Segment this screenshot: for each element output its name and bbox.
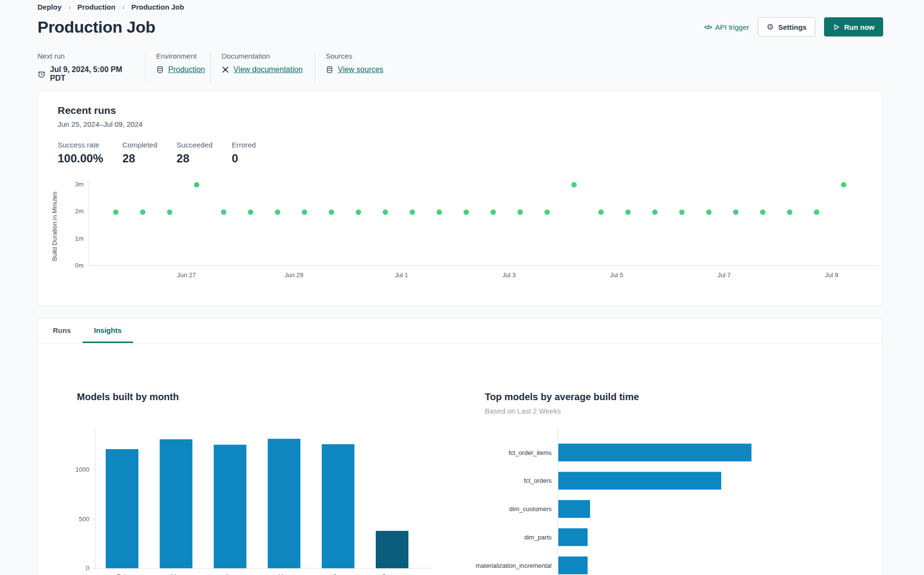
page-title: Production Job [37, 18, 155, 37]
meta-label: Documentation [222, 52, 303, 60]
svg-text:fct_order_items: fct_order_items [508, 449, 552, 456]
svg-text:Jul 1: Jul 1 [395, 271, 408, 279]
svg-text:Jul 7: Jul 7 [717, 271, 730, 279]
svg-text:1m: 1m [75, 235, 84, 242]
settings-label: Settings [778, 23, 806, 31]
api-trigger-link[interactable]: </> API trigger [704, 23, 750, 31]
clock-icon [37, 70, 46, 78]
svg-text:Jun: Jun [333, 573, 343, 575]
insights-content: Models built by month Top models by aver… [37, 343, 882, 575]
meta-label: Next run [37, 52, 134, 60]
stat-success-rate: Success rate 100.00% [58, 141, 103, 165]
header-actions: </> API trigger ⚙ Settings Run now [704, 17, 883, 37]
recent-runs-card: Recent runs Jun 25, 2024–Jul 09, 2024 Su… [37, 91, 883, 306]
stat-completed: Completed 28 [123, 141, 158, 165]
svg-text:2m: 2m [75, 208, 84, 215]
svg-text:Jul 5: Jul 5 [610, 271, 623, 279]
production-job-page: Deploy › Production › Production Job Pro… [0, 0, 924, 575]
svg-text:Jun 29: Jun 29 [284, 271, 303, 279]
svg-text:500: 500 [79, 515, 89, 523]
database-icon [156, 66, 164, 73]
environment-link[interactable]: Production [168, 65, 205, 74]
svg-text:dim_customers: dim_customers [509, 505, 552, 513]
meta-documentation: Documentation View documentation [210, 52, 315, 83]
tab-insights[interactable]: Insights [83, 318, 134, 343]
gear-icon: ⚙ [766, 23, 774, 31]
breadcrumb-current: Production Job [131, 3, 184, 11]
code-icon: </> [704, 24, 712, 31]
insights-card: Runs Insights Models built by month Top … [37, 318, 883, 575]
chevron-right-icon: › [68, 3, 71, 11]
svg-text:3m: 3m [75, 181, 84, 188]
breadcrumb-production[interactable]: Production [77, 3, 115, 11]
play-icon [833, 24, 840, 31]
models-by-month-title: Models built by month [77, 391, 179, 403]
svg-text:Current: Current [382, 573, 403, 575]
svg-text:May: May [278, 573, 290, 575]
page-header: Production Job </> API trigger ⚙ Setting… [37, 17, 883, 37]
meta-environment: Environment Production [145, 52, 210, 83]
recent-runs-date-range: Jun 25, 2024–Jul 09, 2024 [58, 120, 882, 128]
svg-text:Jul 3: Jul 3 [503, 271, 516, 279]
meta-label: Environment [156, 52, 199, 60]
run-now-label: Run now [844, 23, 875, 31]
tab-runs[interactable]: Runs [41, 318, 83, 343]
chevron-right-icon: › [122, 3, 124, 11]
svg-text:Build Duration in Minutes: Build Duration in Minutes [51, 191, 58, 261]
svg-text:Apr: Apr [225, 573, 235, 575]
next-run-value: Jul 9, 2024, 5:00 PM PDT [50, 65, 134, 83]
tab-bar: Runs Insights [37, 318, 882, 343]
top-models-chart: 0m10s20s30s40sfct_order_itemsfct_ordersd… [421, 424, 820, 575]
svg-text:fct_orders: fct_orders [524, 477, 552, 484]
stat-succeeded: Succeeded 28 [176, 141, 212, 165]
svg-text:0: 0 [86, 564, 89, 572]
view-documentation-link[interactable]: View documentation [234, 65, 303, 74]
models-by-month-chart: 05001000FebMarAprMayJunCurrent [67, 424, 456, 575]
svg-text:Jun 27: Jun 27 [177, 271, 196, 279]
view-sources-link[interactable]: View sources [338, 65, 383, 74]
stat-errored: Errored 0 [232, 141, 256, 165]
job-meta: Next run Jul 9, 2024, 5:00 PM PDT Enviro… [37, 52, 395, 83]
meta-label: Sources [326, 52, 383, 60]
meta-sources: Sources View sources [315, 52, 395, 83]
settings-button[interactable]: ⚙ Settings [758, 17, 815, 37]
run-now-button[interactable]: Run now [824, 17, 883, 37]
top-models-title: Top models by average build time [485, 391, 639, 403]
breadcrumb: Deploy › Production › Production Job [37, 3, 184, 11]
breadcrumb-deploy[interactable]: Deploy [37, 3, 62, 11]
run-stats: Success rate 100.00% Completed 28 Succee… [58, 141, 882, 165]
svg-text:materialization_incremental: materialization_incremental [476, 562, 552, 569]
recent-runs-title: Recent runs [58, 105, 882, 116]
api-trigger-label: API trigger [715, 23, 749, 31]
build-duration-scatter-chart: 0m1m2m3mJun 27Jun 29Jul 1Jul 3Jul 5Jul 7… [37, 178, 882, 291]
database-icon [326, 66, 333, 73]
svg-text:0m: 0m [75, 262, 84, 269]
svg-text:dim_parts: dim_parts [524, 534, 552, 541]
svg-text:Mar: Mar [171, 573, 182, 575]
meta-next-run: Next run Jul 9, 2024, 5:00 PM PDT [37, 52, 145, 83]
svg-text:1000: 1000 [75, 466, 89, 473]
top-models-subtitle: Based on Last 2 Weeks [485, 407, 561, 415]
svg-text:Jul 9: Jul 9 [825, 271, 838, 279]
dbt-logo-icon [222, 66, 229, 73]
svg-text:Feb: Feb [117, 573, 127, 575]
